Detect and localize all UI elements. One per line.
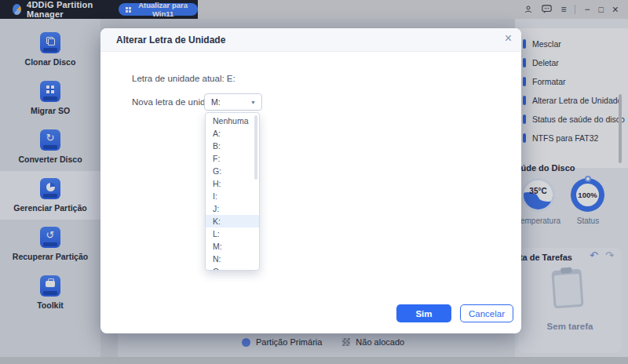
dialog-close-icon[interactable]: × bbox=[505, 32, 512, 45]
dropdown-option[interactable]: A: bbox=[206, 127, 259, 140]
dropdown-option[interactable]: F: bbox=[206, 152, 259, 165]
cancel-button[interactable]: Cancelar bbox=[460, 304, 513, 322]
dropdown-option[interactable]: M: bbox=[206, 240, 259, 253]
dropdown-option[interactable]: G: bbox=[206, 165, 259, 177]
drive-letter-dropdown: Nenhuma A: B: F: G: H: I: J: K: L: M: bbox=[205, 112, 260, 271]
dropdown-option[interactable]: I: bbox=[206, 190, 259, 202]
current-letter-line: Letra de unidade atual: E: bbox=[132, 74, 236, 83]
chevron-down-icon: ▼ bbox=[250, 100, 256, 105]
current-letter-value: E: bbox=[227, 74, 236, 83]
app-window: 4DDiG Partition Manager Atualizar para W… bbox=[0, 0, 628, 364]
dialog-title: Alterar Letra de Unidade bbox=[116, 35, 225, 46]
dropdown-option[interactable]: B: bbox=[206, 140, 259, 152]
drive-letter-select[interactable]: M: ▼ bbox=[204, 93, 262, 111]
dialog-header: Alterar Letra de Unidade bbox=[100, 28, 521, 52]
dropdown-option[interactable]: L: bbox=[206, 228, 259, 240]
dropdown-option[interactable]: N: bbox=[206, 253, 259, 265]
dropdown-option[interactable]: K: bbox=[206, 215, 259, 228]
change-drive-letter-dialog: Alterar Letra de Unidade × Letra de unid… bbox=[100, 28, 521, 333]
dropdown-option[interactable]: J: bbox=[206, 202, 259, 215]
confirm-button[interactable]: Sim bbox=[396, 304, 451, 322]
dropdown-option[interactable]: Nenhuma bbox=[206, 115, 259, 127]
selected-drive-letter: M: bbox=[211, 97, 221, 107]
dropdown-option[interactable]: H: bbox=[206, 177, 259, 190]
dropdown-option[interactable]: O: bbox=[206, 265, 259, 271]
dropdown-scrollbar[interactable] bbox=[254, 115, 257, 180]
